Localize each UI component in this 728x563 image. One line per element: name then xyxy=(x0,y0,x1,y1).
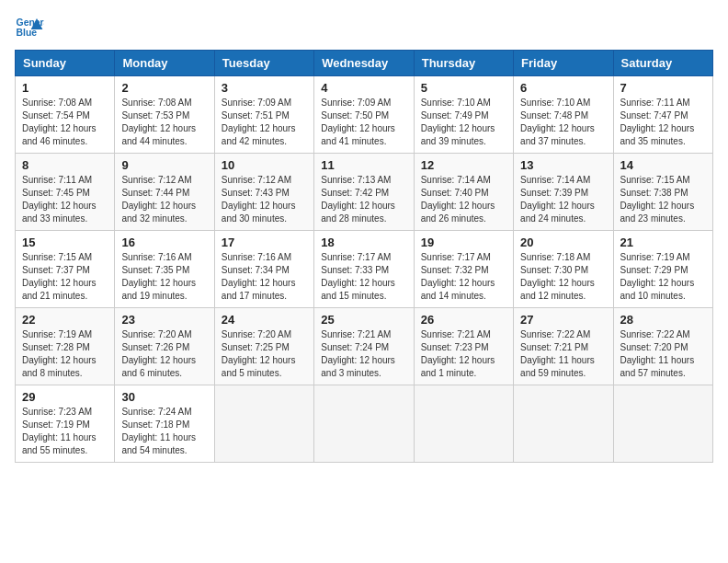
day-detail: Sunrise: 7:18 AMSunset: 7:30 PMDaylight:… xyxy=(520,251,606,303)
day-number: 5 xyxy=(421,81,506,95)
week-row-3: 15 Sunrise: 7:15 AMSunset: 7:37 PMDaylig… xyxy=(16,231,713,308)
day-detail: Sunrise: 7:10 AMSunset: 7:49 PMDaylight:… xyxy=(421,97,506,148)
day-cell: 15 Sunrise: 7:15 AMSunset: 7:37 PMDaylig… xyxy=(16,231,115,308)
day-cell: 17 Sunrise: 7:16 AMSunset: 7:34 PMDaylig… xyxy=(214,231,313,308)
day-number: 30 xyxy=(121,390,207,404)
day-detail: Sunrise: 7:15 AMSunset: 7:37 PMDaylight:… xyxy=(22,251,108,303)
day-number: 22 xyxy=(22,313,108,327)
weekday-header-saturday: Saturday xyxy=(613,51,712,76)
day-number: 7 xyxy=(620,81,706,95)
day-number: 12 xyxy=(421,158,506,172)
day-number: 28 xyxy=(620,313,706,327)
day-detail: Sunrise: 7:19 AMSunset: 7:29 PMDaylight:… xyxy=(620,251,706,303)
day-detail: Sunrise: 7:11 AMSunset: 7:47 PMDaylight:… xyxy=(620,97,706,148)
day-cell: 10 Sunrise: 7:12 AMSunset: 7:43 PMDaylig… xyxy=(214,154,313,231)
day-number: 3 xyxy=(222,81,307,95)
day-cell: 29 Sunrise: 7:23 AMSunset: 7:19 PMDaylig… xyxy=(16,385,115,463)
weekday-header-wednesday: Wednesday xyxy=(314,51,414,76)
day-cell: 6 Sunrise: 7:10 AMSunset: 7:48 PMDayligh… xyxy=(514,76,613,154)
day-number: 27 xyxy=(520,313,606,327)
day-number: 14 xyxy=(620,158,706,172)
day-cell xyxy=(514,385,613,463)
day-cell: 23 Sunrise: 7:20 AMSunset: 7:26 PMDaylig… xyxy=(115,308,214,385)
day-detail: Sunrise: 7:15 AMSunset: 7:38 PMDaylight:… xyxy=(620,174,706,225)
day-number: 25 xyxy=(321,313,406,327)
day-number: 6 xyxy=(520,81,606,95)
day-number: 17 xyxy=(222,236,307,249)
day-detail: Sunrise: 7:09 AMSunset: 7:50 PMDaylight:… xyxy=(321,97,406,148)
day-cell: 18 Sunrise: 7:17 AMSunset: 7:33 PMDaylig… xyxy=(314,231,414,308)
weekday-header-friday: Friday xyxy=(514,51,613,76)
day-cell xyxy=(414,385,513,463)
day-cell: 5 Sunrise: 7:10 AMSunset: 7:49 PMDayligh… xyxy=(414,76,513,154)
day-detail: Sunrise: 7:20 AMSunset: 7:26 PMDaylight:… xyxy=(121,328,207,380)
day-cell: 7 Sunrise: 7:11 AMSunset: 7:47 PMDayligh… xyxy=(613,76,712,154)
day-cell: 13 Sunrise: 7:14 AMSunset: 7:39 PMDaylig… xyxy=(514,154,613,231)
day-detail: Sunrise: 7:14 AMSunset: 7:39 PMDaylight:… xyxy=(520,174,606,225)
calendar-table: SundayMondayTuesdayWednesdayThursdayFrid… xyxy=(15,50,713,463)
week-row-1: 1 Sunrise: 7:08 AMSunset: 7:54 PMDayligh… xyxy=(16,76,713,154)
day-detail: Sunrise: 7:17 AMSunset: 7:33 PMDaylight:… xyxy=(321,251,406,303)
day-number: 4 xyxy=(321,81,406,95)
day-detail: Sunrise: 7:12 AMSunset: 7:44 PMDaylight:… xyxy=(121,174,207,225)
weekday-header-thursday: Thursday xyxy=(414,51,513,76)
day-number: 13 xyxy=(520,158,606,172)
logo-icon: General Blue xyxy=(15,15,44,40)
day-cell: 11 Sunrise: 7:13 AMSunset: 7:42 PMDaylig… xyxy=(314,154,414,231)
day-detail: Sunrise: 7:12 AMSunset: 7:43 PMDaylight:… xyxy=(222,174,307,225)
day-detail: Sunrise: 7:08 AMSunset: 7:53 PMDaylight:… xyxy=(121,97,207,148)
day-number: 2 xyxy=(121,81,207,95)
day-detail: Sunrise: 7:22 AMSunset: 7:21 PMDaylight:… xyxy=(520,328,606,380)
day-cell: 19 Sunrise: 7:17 AMSunset: 7:32 PMDaylig… xyxy=(414,231,513,308)
day-number: 11 xyxy=(321,158,406,172)
day-number: 15 xyxy=(22,236,108,249)
day-number: 9 xyxy=(121,158,207,172)
day-detail: Sunrise: 7:19 AMSunset: 7:28 PMDaylight:… xyxy=(22,328,108,380)
day-cell: 25 Sunrise: 7:21 AMSunset: 7:24 PMDaylig… xyxy=(314,308,414,385)
day-number: 29 xyxy=(22,390,108,404)
day-detail: Sunrise: 7:24 AMSunset: 7:18 PMDaylight:… xyxy=(121,406,207,457)
day-cell: 27 Sunrise: 7:22 AMSunset: 7:21 PMDaylig… xyxy=(514,308,613,385)
day-detail: Sunrise: 7:10 AMSunset: 7:48 PMDaylight:… xyxy=(520,97,606,148)
day-number: 18 xyxy=(321,236,406,249)
day-number: 21 xyxy=(620,236,706,249)
day-cell: 28 Sunrise: 7:22 AMSunset: 7:20 PMDaylig… xyxy=(613,308,712,385)
weekday-header-row: SundayMondayTuesdayWednesdayThursdayFrid… xyxy=(16,51,713,76)
weekday-header-sunday: Sunday xyxy=(16,51,115,76)
day-cell: 26 Sunrise: 7:21 AMSunset: 7:23 PMDaylig… xyxy=(414,308,513,385)
day-detail: Sunrise: 7:16 AMSunset: 7:35 PMDaylight:… xyxy=(121,251,207,303)
day-cell: 16 Sunrise: 7:16 AMSunset: 7:35 PMDaylig… xyxy=(115,231,214,308)
day-cell: 4 Sunrise: 7:09 AMSunset: 7:50 PMDayligh… xyxy=(314,76,414,154)
day-detail: Sunrise: 7:20 AMSunset: 7:25 PMDaylight:… xyxy=(222,328,307,380)
day-cell: 8 Sunrise: 7:11 AMSunset: 7:45 PMDayligh… xyxy=(16,154,115,231)
weekday-header-monday: Monday xyxy=(115,51,214,76)
day-cell xyxy=(613,385,712,463)
day-detail: Sunrise: 7:17 AMSunset: 7:32 PMDaylight:… xyxy=(421,251,506,303)
day-detail: Sunrise: 7:14 AMSunset: 7:40 PMDaylight:… xyxy=(421,174,506,225)
day-detail: Sunrise: 7:21 AMSunset: 7:24 PMDaylight:… xyxy=(321,328,406,380)
day-detail: Sunrise: 7:23 AMSunset: 7:19 PMDaylight:… xyxy=(22,406,108,457)
day-detail: Sunrise: 7:13 AMSunset: 7:42 PMDaylight:… xyxy=(321,174,406,225)
day-detail: Sunrise: 7:11 AMSunset: 7:45 PMDaylight:… xyxy=(22,174,108,225)
day-cell: 30 Sunrise: 7:24 AMSunset: 7:18 PMDaylig… xyxy=(115,385,214,463)
day-cell: 12 Sunrise: 7:14 AMSunset: 7:40 PMDaylig… xyxy=(414,154,513,231)
logo: General Blue xyxy=(15,15,44,40)
day-detail: Sunrise: 7:09 AMSunset: 7:51 PMDaylight:… xyxy=(222,97,307,148)
day-number: 20 xyxy=(520,236,606,249)
day-cell: 2 Sunrise: 7:08 AMSunset: 7:53 PMDayligh… xyxy=(115,76,214,154)
day-cell: 22 Sunrise: 7:19 AMSunset: 7:28 PMDaylig… xyxy=(16,308,115,385)
day-number: 16 xyxy=(121,236,207,249)
day-number: 24 xyxy=(222,313,307,327)
page-header: General Blue xyxy=(15,15,713,40)
day-cell: 21 Sunrise: 7:19 AMSunset: 7:29 PMDaylig… xyxy=(613,231,712,308)
day-cell: 14 Sunrise: 7:15 AMSunset: 7:38 PMDaylig… xyxy=(613,154,712,231)
day-number: 26 xyxy=(421,313,506,327)
weekday-header-tuesday: Tuesday xyxy=(214,51,313,76)
day-detail: Sunrise: 7:21 AMSunset: 7:23 PMDaylight:… xyxy=(421,328,506,380)
day-number: 19 xyxy=(421,236,506,249)
day-number: 8 xyxy=(22,158,108,172)
day-detail: Sunrise: 7:22 AMSunset: 7:20 PMDaylight:… xyxy=(620,328,706,380)
day-cell xyxy=(214,385,313,463)
week-row-2: 8 Sunrise: 7:11 AMSunset: 7:45 PMDayligh… xyxy=(16,154,713,231)
day-number: 23 xyxy=(121,313,207,327)
